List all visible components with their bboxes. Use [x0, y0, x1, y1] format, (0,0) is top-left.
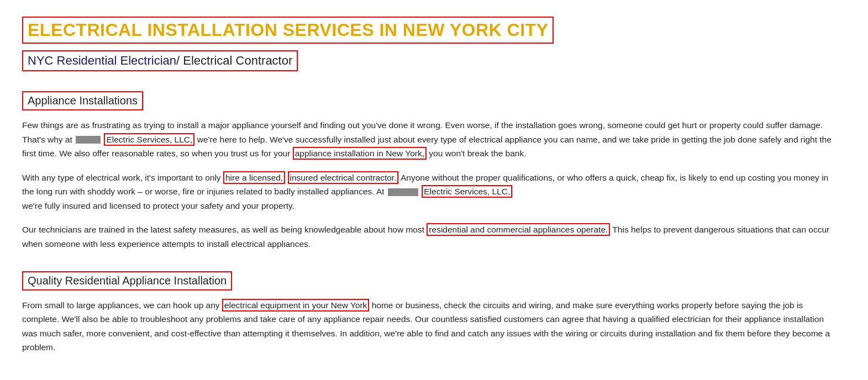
subtitle: NYC Residential Electrician/ Electrical …: [22, 50, 298, 71]
insured-contractor-highlight: insured electrical contractor.: [288, 171, 399, 184]
company2-highlight: Electric Services, LLC,: [422, 185, 512, 198]
paragraph1: Few things are as frustrating as trying …: [22, 118, 840, 161]
section1-heading: Appliance Installations: [22, 91, 143, 110]
paragraph2: With any type of electrical work, it's i…: [22, 171, 840, 213]
main-title: ELECTRICAL INSTALLATION SERVICES IN NEW …: [22, 17, 554, 44]
paragraph3: Our technicians are trained in the lates…: [22, 223, 840, 251]
subtitle-slash: / Electrical Contractor: [176, 54, 292, 67]
electrical-equipment-highlight: electrical equipment in your New York: [222, 299, 369, 312]
redacted-logo-1: [76, 136, 101, 144]
hire-licensed-highlight: hire a licensed,: [223, 171, 285, 184]
residential-commercial-highlight: residential and commercial appliances op…: [427, 223, 610, 236]
section2-heading: Quality Residential Appliance Installati…: [22, 271, 232, 291]
paragraph4: From small to large appliances, we can h…: [22, 298, 840, 355]
company1-highlight: Electric Services, LLC,: [104, 133, 194, 146]
appliance-installation-highlight: appliance installation in New York,: [293, 147, 427, 160]
redacted-logo-2: [388, 188, 418, 196]
subtitle-part1: NYC Residential Electrician: [28, 54, 176, 67]
